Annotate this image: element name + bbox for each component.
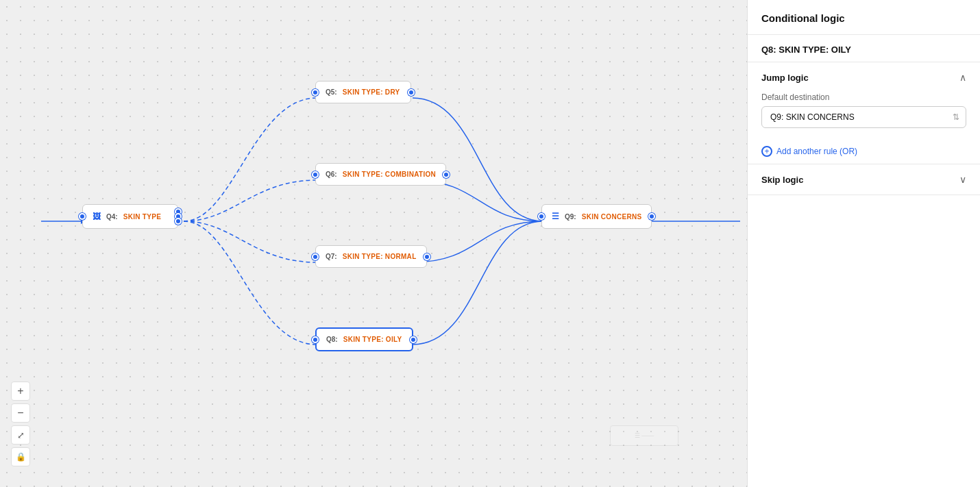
node-q9-left-dot[interactable] [538,213,545,220]
zoom-in-button[interactable]: + [11,382,30,401]
node-q8-label: SKIN TYPE: OILY [343,336,402,343]
skip-logic-section: Skip logic ∨ [748,164,980,195]
flow-canvas[interactable]: 🖼 Q4: SKIN TYPE Q5: SKIN TYPE: DRY Q6: S… [0,0,747,487]
node-q4-icon: 🖼 [93,212,101,221]
jump-logic-chevron: ∧ [959,72,966,83]
node-q9-right-dot[interactable] [648,213,655,220]
node-q4-prefix: Q4: [106,213,118,221]
node-q5-right-dot[interactable] [408,89,415,96]
node-q7-prefix: Q7: [326,253,337,260]
skip-logic-chevron: ∨ [959,174,966,185]
node-q4-left-dot[interactable] [79,213,86,220]
node-q7[interactable]: Q7: SKIN TYPE: NORMAL [315,245,427,268]
default-destination-select[interactable]: Q9: SKIN CONCERNS Q1: START Q2: AGE Q3: … [761,106,966,128]
node-q9-prefix: Q9: [565,213,576,221]
jump-logic-section: Jump logic ∧ Default destination Q9: SKI… [748,62,980,164]
node-q4-label: SKIN TYPE [123,213,162,221]
fit-button[interactable]: ⤢ [11,425,30,445]
node-q8-right-dot[interactable] [410,336,417,343]
jump-logic-header[interactable]: Jump logic ∧ [748,62,980,92]
node-q7-right-dot[interactable] [424,253,430,260]
default-destination-select-wrapper: Q9: SKIN CONCERNS Q1: START Q2: AGE Q3: … [761,106,966,128]
right-panel: Conditional logic Q8: SKIN TYPE: OILY Ju… [747,0,980,487]
skip-logic-title: Skip logic [761,175,803,185]
zoom-controls: + − ⤢ 🔒 [11,382,30,466]
node-q5-label: SKIN TYPE: DRY [343,88,400,96]
lock-button[interactable]: 🔒 [11,447,30,466]
node-q8-left-dot[interactable] [312,336,319,343]
node-q6[interactable]: Q6: SKIN TYPE: COMBINATION [315,163,446,186]
connections-svg [0,0,747,487]
node-q8[interactable]: Q8: SKIN TYPE: OILY [315,327,413,351]
panel-subtitle: Q8: SKIN TYPE: OILY [748,35,980,62]
node-q5-prefix: Q5: [326,88,337,96]
add-rule-label: Add another rule (OR) [776,147,857,156]
node-q9-icon: ☰ [552,212,559,221]
node-q4[interactable]: 🖼 Q4: SKIN TYPE [82,204,178,229]
node-q9[interactable]: ☰ Q9: SKIN CONCERNS [541,204,652,229]
node-q4-right-dot3[interactable] [175,218,182,225]
default-destination-label: Default destination [761,92,966,102]
node-q5-left-dot[interactable] [312,89,319,96]
node-q8-prefix: Q8: [326,336,338,343]
node-q6-label: SKIN TYPE: COMBINATION [343,171,436,178]
jump-logic-body: Default destination Q9: SKIN CONCERNS Q1… [748,92,980,139]
ghost-node: ☰ —— [610,425,678,446]
node-q7-label: SKIN TYPE: NORMAL [343,253,417,260]
node-q9-label: SKIN CONCERNS [582,213,642,221]
panel-title: Conditional logic [761,12,845,24]
node-q6-prefix: Q6: [326,171,337,178]
node-q6-left-dot[interactable] [312,171,319,178]
panel-header: Conditional logic [748,0,980,35]
skip-logic-header[interactable]: Skip logic ∨ [748,164,980,195]
zoom-out-button[interactable]: − [11,403,30,423]
node-q7-left-dot[interactable] [312,253,319,260]
node-q6-right-dot[interactable] [443,171,450,178]
node-q5[interactable]: Q5: SKIN TYPE: DRY [315,81,411,103]
add-rule-button[interactable]: + Add another rule (OR) [748,139,871,164]
jump-logic-title: Jump logic [761,73,809,83]
add-rule-icon: + [761,146,772,157]
